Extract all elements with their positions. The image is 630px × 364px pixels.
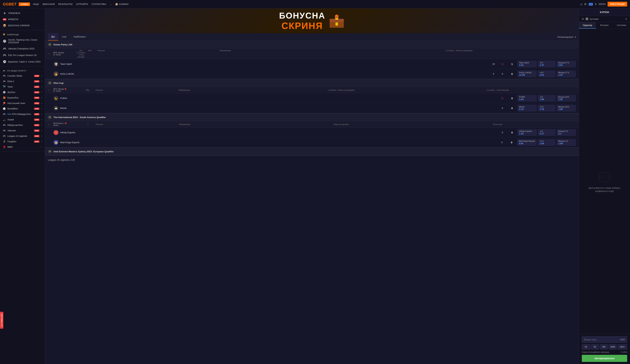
sidebar-item-valorant-champs[interactable]: 🎮 Valorant Champions 2023 xyxy=(0,45,45,52)
sidebar-item-football[interactable]: ⚽ Футбол LIVE ▾ xyxy=(0,90,45,95)
bet-button[interactable]: СТАВКИ xyxy=(19,2,30,6)
infinity-total-odds[interactable]: Більше 2.5 2.1 xyxy=(556,129,576,136)
monte-fora-odds[interactable]: +3.5 1.78 xyxy=(538,105,556,112)
handball-icon: 🤾 xyxy=(3,140,6,143)
coupon-header: КУПОН xyxy=(579,8,630,16)
col-total: 2-а карта - тотал раундів xyxy=(76,52,85,58)
tab-live[interactable]: Live xyxy=(58,33,70,40)
sidebar-item-favorites[interactable]: ★ УЛЮБЛЕНІ xyxy=(0,10,45,16)
quick-amount-2000[interactable]: 2000 xyxy=(609,344,617,350)
tournament-iem-icon: 🎮 xyxy=(48,150,52,154)
sidebar-item-mma[interactable]: 🥊 MMA ▾ xyxy=(0,144,45,150)
sidebar-item-handball[interactable]: 🤾 Гандбол LIVE ▾ xyxy=(0,139,45,144)
filter-dropdown[interactable]: Рекомендовані ▾ xyxy=(557,36,576,38)
monte-winner-odds[interactable]: Monte 2.74 xyxy=(517,105,537,112)
nav-outrights[interactable]: АУТРАЙТИ xyxy=(76,2,88,6)
settings-icon[interactable]: ⚙ xyxy=(584,2,586,6)
sidebar-item-dota2[interactable]: 🎮 Dota 2 LIVE ▾ xyxy=(0,78,45,84)
bet-type-system[interactable]: Система xyxy=(613,22,630,28)
match1-star[interactable]: ☆ xyxy=(48,52,50,55)
match3-star[interactable]: ☆ xyxy=(48,123,50,126)
banner-line2: СКРИНЯ xyxy=(279,20,325,31)
quick-amount-25[interactable]: 25 xyxy=(582,344,590,350)
monte-total-odds[interactable]: Менше 28.5 1.84 xyxy=(556,105,576,112)
furia-winner-odds[interactable]: FURIA 1.43 xyxy=(517,95,537,102)
infinity-winner-odds[interactable]: Infinity Esports 1.35 xyxy=(517,129,537,136)
infinity-score1: 0 xyxy=(498,131,507,134)
coupon-close-icon[interactable]: ✕ xyxy=(625,18,627,20)
sidebar-item-freebets[interactable]: FB ФРІБЕТИ xyxy=(0,16,45,22)
potential-label: Сума потенційного виграшу: xyxy=(582,351,610,354)
sidebar-item-basketball[interactable]: 🏀 Баскетбол LIVE ▾ xyxy=(0,95,45,100)
banner-text: БОНУСНА СКРИНЯ xyxy=(279,11,325,31)
bet-amount-input[interactable] xyxy=(584,338,620,341)
coupon-gear-icon[interactable]: ⚙ xyxy=(582,18,584,20)
sidebar-item-tennis[interactable]: 🎾 Теніс LIVE ▾ xyxy=(0,84,45,90)
sidebar-item-epl[interactable]: ⚽ Англія. Прем'єр-ліга. Сезон 2023/2024 xyxy=(0,37,45,45)
nav-competitions[interactable]: ЗМАГАННЯ xyxy=(42,2,55,6)
nav-casino[interactable]: 🎰 КАЗИНО xyxy=(115,2,128,6)
bet-type-express[interactable]: Експрес xyxy=(596,22,613,28)
prev-icon[interactable]: ◁ xyxy=(580,2,582,6)
tab-all[interactable]: Всі xyxy=(48,33,58,40)
sidebar-item-bonus-box[interactable]: 📦 БОНУСНА СКРИНЯ xyxy=(0,22,45,29)
nav-results[interactable]: РЕЗУЛЬТАТИ xyxy=(58,2,72,6)
nav-more[interactable]: ... xyxy=(110,2,112,6)
match2-star[interactable]: ☆ xyxy=(48,88,50,92)
madkings-total-odds[interactable]: Менше 2.5 1.68 xyxy=(556,139,576,146)
sidebar-item-counter-strike[interactable]: 🎮 Counter-Strike LIVE ▾ xyxy=(0,73,45,78)
tab-upcoming[interactable]: Найближчі xyxy=(70,33,89,40)
main-content: БОНУСНА СКРИНЯ Всі Live Найближчі xyxy=(45,8,579,364)
sidebar-item-hockey[interactable]: 🏒 Хокей LIVE ▾ xyxy=(0,117,45,122)
authorize-button[interactable]: Авторизуватися xyxy=(582,355,627,362)
language-flag[interactable] xyxy=(589,3,593,6)
sidebar-item-valorant[interactable]: 🎮 Valorant LIVE ▾ xyxy=(0,128,45,133)
bet-type-ordinar[interactable]: Ординар xyxy=(579,22,596,28)
match3-live-dot xyxy=(65,122,66,124)
tournament-dunav-header: 🎮 Dunav Party LAN xyxy=(45,41,579,48)
furia-score3: 0 xyxy=(507,97,517,100)
forze-total-odds[interactable]: Менше 27.5 1.47 xyxy=(556,70,576,77)
madkings-fora-odds[interactable]: +1.5 1.64 xyxy=(538,139,556,146)
team-spirit-score2: 11 xyxy=(498,63,507,65)
quick-amount-50[interactable]: 50 xyxy=(591,344,599,350)
sidebar-item-lol[interactable]: 🎮 League of Legends LIVE ▾ xyxy=(0,133,45,139)
furia-fora-odds[interactable]: -3.5 1.99 xyxy=(538,95,556,102)
support-button[interactable]: ПІДТРИМКА 24/7 xyxy=(0,312,3,329)
quick-amount-200[interactable]: 200 xyxy=(600,344,608,350)
quick-amount-max[interactable]: MAX xyxy=(618,344,627,350)
forze-winner-odds[interactable]: ForZe LUKOIL 13.59 xyxy=(517,70,537,77)
sidebar-item-fifa[interactable]: 🎮 FIFAFIFA Кіберфутбол LIVE ▾ xyxy=(0,112,45,117)
furia-total-odds[interactable]: Більше 28.5 1.92 xyxy=(556,95,576,102)
team-spirit-fora-odds[interactable]: -4.5 1.47 xyxy=(538,60,556,68)
match1-round: ВО3: Anubis xyxy=(53,52,64,54)
bet-input-area: UAH 25 50 200 2000 MAX Сума потенційного… xyxy=(579,334,630,364)
logo: GGBET xyxy=(3,2,16,6)
sidebar-item-table-tennis[interactable]: 🏓 Настільний теніс LIVE ▾ xyxy=(0,100,45,106)
madkings-odds: Mad Kings Esports 3.04 +1.5 1.64 Менше 2… xyxy=(517,139,576,146)
monte-name: Monte xyxy=(60,107,498,110)
forze-fora-odds[interactable]: +4.5 2.61 xyxy=(538,70,556,77)
chevron-down-icon[interactable]: ▾ xyxy=(595,2,596,6)
sidebar-top-section: ★ УЛЮБЛЕНІ FB ФРІБЕТИ 📦 БОНУСНА СКРИНЯ xyxy=(0,8,45,30)
nav-promotions[interactable]: АКЦІЇ xyxy=(33,2,39,6)
madkings-winner-odds[interactable]: Mad Kings Esports 3.04 xyxy=(517,139,537,146)
team-spirit-total-odds[interactable]: Більше 27.5 2.61 xyxy=(556,60,576,68)
nav-statistics[interactable]: СТАТИСТИКА xyxy=(92,2,106,6)
register-button[interactable]: РЕЄСТРАЦІЯ xyxy=(608,2,627,6)
infinity-fora-odds[interactable]: -1.5 2.17 xyxy=(538,129,556,136)
header: GGBET СТАВКИ АКЦІЇ ЗМАГАННЯ РЕЗУЛЬТАТИ А… xyxy=(0,0,630,8)
team-spirit-winner-odds[interactable]: Team Spirit 1.01 xyxy=(517,60,537,68)
match1-info: ВО3: Anubis R: 21/30 xyxy=(53,52,64,56)
banner: БОНУСНА СКРИНЯ xyxy=(45,8,579,33)
sidebar-item-cyberbasket[interactable]: 🎮 Кіберباскетбол LIVE ▾ xyxy=(0,122,45,128)
sidebar-item-esl[interactable]: 🎮 ESL Pro League Season 18 xyxy=(0,52,45,58)
chevron-basketball-icon: ▾ xyxy=(41,97,42,99)
infinity-row: ♾ Infinity Esports 0 0 Infinity Esports … xyxy=(45,128,579,138)
sidebar-item-brazil[interactable]: ⚽ Бразилія. Серія А. Сезон 2023 xyxy=(0,58,45,65)
sidebar-item-volleyball[interactable]: 🏐 Волейбол LIVE ▾ xyxy=(0,106,45,112)
login-button[interactable]: ЛОГІН xyxy=(598,3,606,6)
coupon-empty-text: Щоб розмістити ставку, виберіть коефіціє… xyxy=(582,186,626,193)
match3-info: ВО3:Карта 1 00:00 xyxy=(53,122,68,126)
col-anb: Ан6 xyxy=(85,50,94,52)
